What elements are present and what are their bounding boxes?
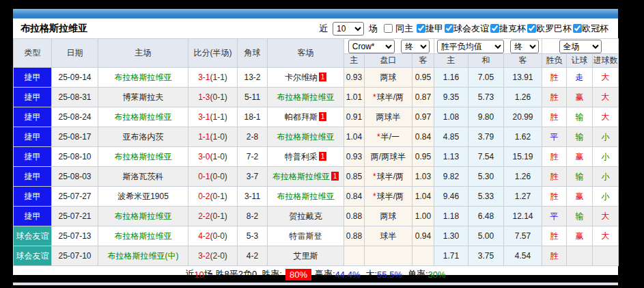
home-team-name: 布拉格斯拉维亚 <box>115 231 172 241</box>
home-team-name: 布拉格斯拉维亚 <box>115 152 172 161</box>
full-time-score: 3-2 <box>198 251 210 261</box>
header-avg-away: 客 <box>504 54 542 68</box>
red-card-badge: 1 <box>319 152 326 161</box>
corner-score: 2-8 <box>238 127 268 147</box>
filter-label: 球会友谊 <box>453 23 489 35</box>
half-time-score: (0-1) <box>210 92 227 102</box>
header-handicap-result: 让球 <box>567 54 593 68</box>
avg-draw: 3.75 <box>468 246 504 266</box>
corner-score: 7-2 <box>238 147 268 167</box>
avg-draw: 9.80 <box>468 107 504 127</box>
red-card-badge: 1 <box>319 73 326 81</box>
home-team: 亚布洛内茨 <box>98 127 188 147</box>
filter-checkbox[interactable] <box>490 24 499 33</box>
result-cell: 胜 <box>542 68 567 88</box>
header-result: 胜负 <box>542 54 567 68</box>
match-row: 捷甲25-08-17亚布洛内茨1-1(1-0)2-8布拉格斯拉维亚1.04*半/… <box>14 127 619 147</box>
match-date: 25-09-14 <box>52 68 98 88</box>
header-score: 比分(半场) <box>188 39 238 68</box>
result-cell: 胜 <box>542 226 567 246</box>
odds-select-cell: Crow* 终 <box>344 39 434 54</box>
home-odds: 0.93 <box>344 68 365 88</box>
handicap-result-cell: 赢 <box>567 88 593 107</box>
corner-score: 18-1 <box>238 107 268 127</box>
avg-away: 13.91 <box>504 68 542 88</box>
handicap-text: 半/一 <box>381 132 400 142</box>
filter-controls: 近 10 场 同主 捷甲球会友谊捷克杯欧罗巴杯欧冠杯 <box>319 22 608 36</box>
filter-label: 捷克杯 <box>499 23 526 35</box>
away-team-name: 布拉格斯拉维亚 <box>277 192 335 201</box>
half-time-score: (0-1) <box>210 192 227 201</box>
home-team: 布拉格斯拉维亚(中) <box>98 246 188 266</box>
scope-select-cell: 全场 <box>542 39 619 54</box>
header-handicap: 盘口 <box>365 54 412 68</box>
match-date: 25-08-03 <box>52 167 98 187</box>
goals-cell: 大 <box>593 226 619 246</box>
avg-draw: 3.79 <box>468 127 504 147</box>
type-badge: 捷甲 <box>14 167 52 187</box>
avg-home: 1.71 <box>434 246 468 266</box>
half-time-score: (1-1) <box>210 73 227 82</box>
scope-select[interactable]: 全场 <box>559 40 602 53</box>
filter-checkbox[interactable] <box>573 24 582 33</box>
result-cell: 平 <box>542 207 567 226</box>
type-badge: 球会友谊 <box>14 246 52 266</box>
away-team-name: 帕都拜斯 <box>285 112 318 122</box>
match-row: 捷甲25-08-10布拉格斯拉维亚3-0(1-0)7-2特普利采10.93两/两… <box>14 147 619 167</box>
half-time-score: (1-0) <box>210 152 227 161</box>
same-home-checkbox[interactable] <box>384 24 393 33</box>
match-score: 3-0(1-0) <box>188 147 238 167</box>
handicap-star: * <box>373 172 376 181</box>
avg-away: 1.26 <box>504 88 542 107</box>
filter-checkbox[interactable] <box>445 24 453 33</box>
header-away: 客场 <box>268 39 344 68</box>
handicap-rate-label: 赢率: <box>315 268 335 280</box>
goals-cell: 小 <box>593 187 619 207</box>
odds-state-select[interactable]: 终 <box>401 40 430 53</box>
away-team: 帕都拜斯1 <box>268 107 344 127</box>
avg-select[interactable]: 胜平负均值 <box>437 40 504 53</box>
handicap-star: * <box>373 92 376 102</box>
games-label: 场 <box>369 23 378 35</box>
over-rate-label: 大: <box>365 268 377 280</box>
match-score: 1-1(1-0) <box>188 127 238 147</box>
header-home: 主场 <box>98 39 188 68</box>
same-home-label: 同主 <box>395 23 413 35</box>
corner-score: 5-3 <box>238 226 268 246</box>
filter-label: 捷甲 <box>425 23 443 35</box>
half-time-score: (0-0) <box>210 172 227 181</box>
handicap: *半/一 <box>365 127 412 147</box>
home-team-name: 斯洛瓦茨科 <box>123 172 164 181</box>
handicap: 球半 <box>365 226 412 246</box>
avg-home: 9.35 <box>434 88 468 107</box>
header-corner: 角球 <box>238 39 268 68</box>
away-team-name: 贺拉戴克 <box>290 211 322 221</box>
home-team-name: 亚布洛内茨 <box>123 132 164 142</box>
corner-score: 8-2 <box>238 207 268 226</box>
match-date: 25-08-24 <box>52 107 98 127</box>
avg-away: 7.57 <box>504 226 542 246</box>
near-label: 近 <box>319 23 328 35</box>
odds-source-select[interactable]: Crow* <box>348 40 395 53</box>
away-odds: 0.95 <box>412 147 434 167</box>
match-count-select[interactable]: 10 <box>333 22 364 36</box>
away-team: 卡尔维纳1 <box>268 68 344 88</box>
away-odds: 0.84 <box>412 127 434 147</box>
handicap-result-cell: 输 <box>567 127 593 147</box>
result-cell: 胜 <box>542 246 567 266</box>
avg-draw: 7.05 <box>468 68 504 88</box>
away-team-name: 卡尔维纳 <box>285 73 318 82</box>
filter-checkbox[interactable] <box>527 24 536 33</box>
result-cell: 胜 <box>542 88 567 107</box>
away-team: 特普利采1 <box>268 147 344 167</box>
window-titlebar <box>13 9 618 18</box>
handicap-result-cell: 输 <box>567 167 593 187</box>
home-team: 斯洛瓦茨科 <box>98 167 188 187</box>
half-time-score: (0-1) <box>210 211 227 221</box>
goals-cell <box>593 246 619 266</box>
filter-checkbox[interactable] <box>417 24 425 33</box>
avg-state-select[interactable]: 终 <box>510 40 539 53</box>
goals-cell: 大 <box>593 68 619 88</box>
away-team-name: 艾里斯 <box>294 251 318 261</box>
match-row: 捷甲25-08-24布拉格斯拉维亚3-1(1-1)18-1帕都拜斯10.91两球… <box>14 107 619 127</box>
